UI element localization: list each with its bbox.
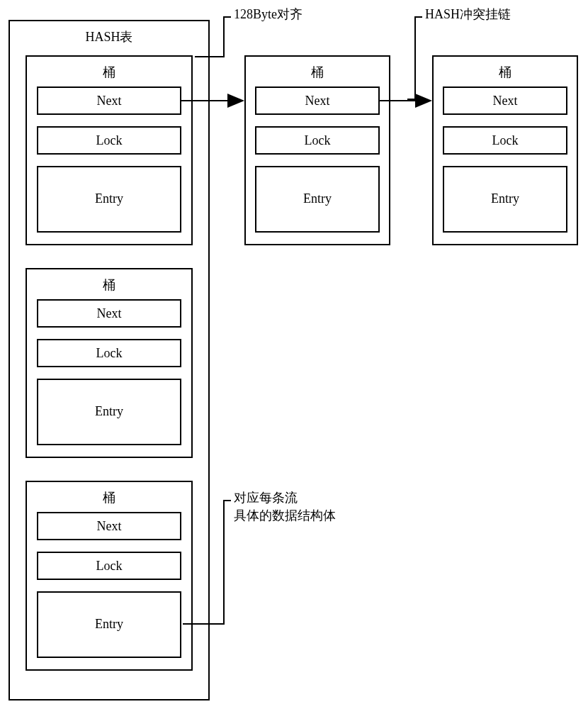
bucket-3-entry: Entry <box>37 591 181 658</box>
bucket-ext-a-entry: Entry <box>255 166 380 233</box>
entry-label: Entry <box>38 593 180 632</box>
bucket-ext-b-next: Next <box>443 86 567 115</box>
entry-label: Entry <box>444 167 566 206</box>
bucket-title: 桶 <box>27 277 191 294</box>
lock-label: Lock <box>38 553 180 574</box>
bucket-ext-a-lock: Lock <box>255 126 380 155</box>
bucket-title: 桶 <box>246 64 389 81</box>
bucket-2-next: Next <box>37 299 181 328</box>
bucket-3-next: Next <box>37 512 181 540</box>
bucket-2-lock: Lock <box>37 339 181 367</box>
annotation-128byte: 128Byte对齐 <box>234 6 303 23</box>
bucket-title: 桶 <box>27 64 191 81</box>
bucket-2-entry: Entry <box>37 379 181 445</box>
next-label: Next <box>444 88 566 108</box>
entry-label: Entry <box>256 167 378 206</box>
bucket-1-lock: Lock <box>37 126 181 155</box>
entry-label: Entry <box>38 167 180 206</box>
bucket-title: 桶 <box>27 489 191 506</box>
next-label: Next <box>38 513 180 534</box>
lock-label: Lock <box>444 128 566 148</box>
bucket-1-entry: Entry <box>37 166 181 233</box>
bucket-title: 桶 <box>434 64 577 81</box>
next-label: Next <box>38 88 180 108</box>
lock-label: Lock <box>256 128 378 148</box>
bucket-1-next: Next <box>37 86 181 115</box>
bucket-3-lock: Lock <box>37 552 181 580</box>
annotation-entry-struct: 对应每条流 具体的数据结构体 <box>234 489 336 525</box>
next-label: Next <box>256 88 378 108</box>
lock-label: Lock <box>38 340 180 361</box>
next-label: Next <box>38 301 180 321</box>
lock-label: Lock <box>38 128 180 148</box>
annotation-collision-chain: HASH冲突挂链 <box>425 6 511 23</box>
entry-label: Entry <box>38 380 180 419</box>
hash-table-title: HASH表 <box>10 28 208 45</box>
bucket-ext-a-next: Next <box>255 86 380 115</box>
bucket-ext-b-entry: Entry <box>443 166 567 233</box>
bucket-ext-b-lock: Lock <box>443 126 567 155</box>
